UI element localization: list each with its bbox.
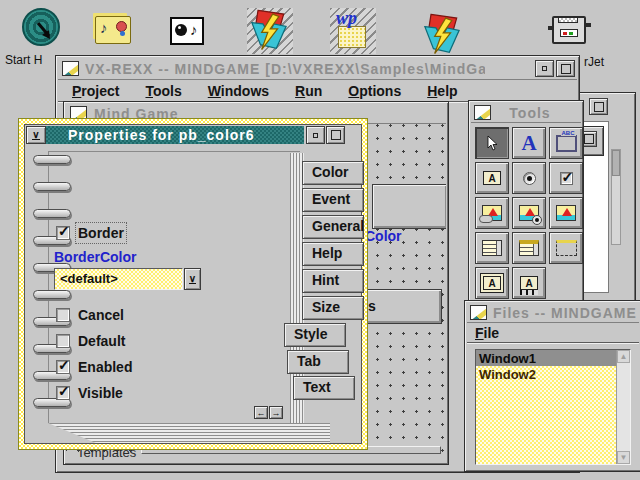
menu-file[interactable]: File bbox=[475, 325, 499, 341]
tool-combobox-button[interactable] bbox=[512, 232, 546, 264]
entryfield-icon bbox=[483, 171, 501, 185]
checkbox-cancel[interactable]: Cancel bbox=[56, 306, 124, 324]
dialog-titlebar[interactable]: Properties for pb_color6 bbox=[46, 126, 304, 144]
checkbox-enabled[interactable]: Enabled bbox=[56, 358, 132, 376]
tab-size[interactable]: Size bbox=[302, 296, 364, 320]
form-pushbutton-2[interactable]: s bbox=[364, 289, 442, 324]
form-pushbutton-1[interactable] bbox=[372, 184, 446, 229]
background-window bbox=[578, 92, 636, 304]
printer-icon[interactable] bbox=[552, 16, 586, 44]
checkbox-visible-box[interactable] bbox=[56, 386, 70, 400]
bordercolor-label: BorderColor bbox=[54, 249, 136, 265]
tool-listbox-button[interactable] bbox=[475, 232, 509, 264]
page-previous-button[interactable]: ← bbox=[254, 406, 268, 419]
checkbox-cancel-box[interactable] bbox=[56, 308, 70, 322]
tool-radiobutton-button[interactable] bbox=[512, 162, 546, 194]
properties-dialog: ∨ Properties for pb_color6 Color bbox=[18, 118, 368, 450]
main-titlebar[interactable]: VX-REXX -- MINDGAME [D:\VXREXX\Samples\M… bbox=[58, 58, 577, 80]
groupbox-icon bbox=[556, 135, 577, 152]
list-item[interactable]: Window2 bbox=[476, 366, 630, 382]
combobox-value[interactable]: <default> bbox=[54, 268, 183, 290]
checkbox-default-box[interactable] bbox=[56, 334, 70, 348]
tab-tab[interactable]: Tab bbox=[287, 350, 349, 374]
maximize-button[interactable] bbox=[556, 60, 575, 77]
list-item-selected[interactable]: Window1 bbox=[476, 350, 616, 366]
main-title: VX-REXX -- MINDGAME [D:\VXREXX\Samples\M… bbox=[85, 61, 485, 77]
vxrexx-template-icon[interactable] bbox=[247, 8, 293, 54]
tool-text-button[interactable]: A bbox=[512, 127, 546, 159]
tab-style[interactable]: Style bbox=[284, 323, 346, 347]
tool-pointer-button[interactable] bbox=[475, 127, 509, 159]
tab-event[interactable]: Event bbox=[302, 188, 364, 212]
menu-run[interactable]: Run bbox=[295, 83, 322, 99]
checkbox-enabled-box[interactable] bbox=[56, 360, 70, 374]
checkbox-default[interactable]: Default bbox=[56, 332, 125, 350]
tool-entryfield-button[interactable] bbox=[475, 162, 509, 194]
binder-ring bbox=[33, 155, 71, 164]
combobox-dropdown-button[interactable]: ∨ bbox=[184, 268, 201, 290]
page-next-button[interactable]: → bbox=[269, 406, 283, 419]
tab-text[interactable]: Text bbox=[293, 376, 355, 400]
checkbox-border-box[interactable] bbox=[56, 226, 70, 240]
minimize-button[interactable] bbox=[535, 60, 554, 77]
wp-glyph: wp bbox=[336, 8, 357, 29]
scroll-up-button[interactable]: ▲ bbox=[617, 350, 630, 363]
maximize-icon bbox=[331, 130, 341, 140]
combobox-icon bbox=[519, 240, 539, 256]
multimedia-folder-icon[interactable]: ♪ bbox=[95, 16, 131, 44]
vertical-scrollbar[interactable] bbox=[611, 149, 621, 245]
binder-ring bbox=[33, 209, 71, 218]
tool-picture-button[interactable] bbox=[549, 197, 583, 229]
maximize-button[interactable] bbox=[589, 98, 608, 115]
left-arrow-icon: ← bbox=[257, 408, 266, 418]
tool-pictureradio-button[interactable] bbox=[512, 197, 546, 229]
word-processor-icon[interactable]: wp bbox=[330, 8, 376, 54]
dialog-minimize-button[interactable] bbox=[306, 126, 325, 144]
vxrexx-window-icon[interactable] bbox=[62, 61, 79, 76]
tool-groupbox-button[interactable] bbox=[549, 127, 583, 159]
form-button-text: s bbox=[368, 298, 376, 314]
scroll-down-button[interactable]: ▼ bbox=[617, 451, 630, 464]
menu-tools[interactable]: Tools bbox=[145, 83, 181, 99]
files-menubar: File bbox=[467, 323, 639, 343]
tab-hint[interactable]: Hint bbox=[302, 269, 364, 293]
listbox-icon bbox=[482, 240, 502, 256]
system-menu-button[interactable]: ∨ bbox=[26, 126, 46, 144]
tab-help[interactable]: Help bbox=[302, 242, 364, 266]
files-titlebar[interactable]: Files -- MINDGAME bbox=[467, 303, 639, 323]
binder-ring bbox=[33, 290, 71, 299]
desktop: Start H ♪ ♪ wp rJet bbox=[0, 0, 640, 480]
spinbutton-icon bbox=[520, 276, 538, 290]
tab-color[interactable]: Color bbox=[302, 161, 364, 185]
dropdown-arrow-icon: ∨ bbox=[189, 274, 196, 284]
music-note-glyph: ♪ bbox=[100, 19, 108, 36]
menu-project[interactable]: Project bbox=[72, 83, 119, 99]
tool-mle-button[interactable] bbox=[475, 267, 509, 299]
tab-general[interactable]: General bbox=[302, 215, 364, 239]
mle-icon bbox=[483, 276, 501, 290]
files-window-icon[interactable] bbox=[470, 305, 487, 320]
dot-glyph bbox=[120, 31, 125, 36]
files-listbox[interactable]: Window1 Window2 ▲ ▼ bbox=[475, 349, 631, 465]
vxrexx-icon[interactable] bbox=[420, 12, 464, 56]
dialog-body: ∨ Properties for pb_color6 Color bbox=[24, 124, 362, 444]
menu-windows[interactable]: Windows bbox=[208, 83, 269, 99]
menu-help[interactable]: Help bbox=[427, 83, 457, 99]
tools-titlebar[interactable]: Tools bbox=[471, 103, 581, 123]
tool-spinbutton-button[interactable] bbox=[512, 267, 546, 299]
scroll-thumb[interactable] bbox=[612, 150, 620, 176]
tools-window-icon[interactable] bbox=[474, 105, 491, 120]
checkbox-border[interactable]: Border bbox=[56, 224, 124, 242]
tool-frame-button[interactable] bbox=[549, 232, 583, 264]
tool-picturepush-button[interactable] bbox=[475, 197, 509, 229]
dialog-maximize-button[interactable] bbox=[326, 126, 345, 144]
list-scrollbar[interactable]: ▲ ▼ bbox=[616, 350, 630, 464]
bordercolor-combobox[interactable]: <default> ∨ bbox=[54, 268, 201, 290]
sound-settings-icon[interactable]: ♪ bbox=[170, 17, 204, 45]
tool-checkbox-button[interactable] bbox=[549, 162, 583, 194]
checkbox-visible[interactable]: Visible bbox=[56, 384, 123, 402]
start-here-icon[interactable] bbox=[22, 8, 60, 46]
menu-options[interactable]: Options bbox=[348, 83, 401, 99]
start-here-label: Start H bbox=[5, 53, 42, 67]
maximize-icon bbox=[584, 134, 594, 144]
